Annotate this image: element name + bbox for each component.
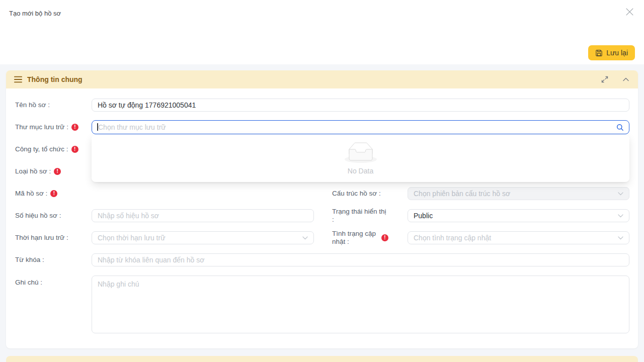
trang-thai-hien-thi-select[interactable]: Public bbox=[408, 209, 629, 222]
top-bar: Tạo mới bộ hồ sơ Lưu lại bbox=[0, 0, 644, 64]
so-hieu-ho-so-input[interactable] bbox=[92, 209, 314, 222]
field-label-loai-ho-so: Loại hồ sơ : ! bbox=[15, 167, 92, 175]
text-caret bbox=[97, 123, 98, 131]
col-tinh-trang-cap-nhat: Tình trạng cập nhật : ! Chọn tình trạng … bbox=[332, 230, 629, 246]
page-title: Tạo mới bộ hồ sơ bbox=[9, 10, 61, 17]
tu-khoa-input[interactable] bbox=[92, 253, 629, 266]
collapse-icon[interactable] bbox=[622, 75, 630, 83]
chevron-down-icon bbox=[618, 192, 623, 196]
field-label-cau-truc-ho-so: Cấu trúc hồ sơ : bbox=[332, 190, 408, 198]
col-ma-ho-so: Mã hồ sơ : ! bbox=[15, 190, 314, 198]
required-icon: ! bbox=[71, 124, 78, 131]
col-trang-thai-hien-thi: Trạng thái hiển thị : Public bbox=[332, 208, 629, 224]
row-ten-ho-so: Tên hồ sơ : bbox=[15, 99, 629, 112]
thoi-han-luu-tru-select[interactable]: Chọn thời hạn lưu trữ bbox=[92, 231, 314, 244]
save-button-label: Lưu lại bbox=[606, 49, 628, 57]
col-thoi-han-luu-tru: Thời hạn lưu trữ : Chọn thời hạn lưu trữ bbox=[15, 231, 314, 244]
empty-state-text: No Data bbox=[348, 167, 373, 175]
expand-icon[interactable] bbox=[601, 75, 609, 83]
row-thoi-han-tinh-trang: Thời hạn lưu trữ : Chọn thời hạn lưu trữ… bbox=[15, 231, 629, 244]
chevron-down-icon bbox=[618, 236, 623, 240]
row-tu-khoa: Từ khóa : bbox=[15, 253, 629, 266]
general-info-form: Tên hồ sơ : Thư mục lưu trữ : ! bbox=[6, 88, 638, 333]
field-label-ten-ho-so: Tên hồ sơ : bbox=[15, 101, 92, 109]
search-icon bbox=[616, 124, 624, 131]
chevron-down-icon bbox=[618, 214, 623, 218]
col-cau-truc-ho-so: Cấu trúc hồ sơ : Chọn phiên bản cấu trúc… bbox=[332, 187, 629, 200]
field-label-thoi-han-luu-tru: Thời hạn lưu trữ : bbox=[15, 234, 92, 242]
required-icon: ! bbox=[381, 234, 388, 241]
field-label-trang-thai-hien-thi: Trạng thái hiển thị : bbox=[332, 208, 408, 224]
field-label-thu-muc-luu-tru: Thư mục lưu trữ : ! bbox=[15, 123, 92, 131]
ten-ho-so-input[interactable] bbox=[92, 99, 629, 112]
general-info-card: Thông tin chung Tên hồ sơ : Thư mục lưu … bbox=[6, 70, 638, 348]
field-label-cong-ty-to-chuc: Công ty, tổ chức : ! bbox=[15, 145, 92, 153]
empty-inbox-icon bbox=[345, 142, 377, 163]
thu-muc-luu-tru-dropdown[interactable]: No Data bbox=[92, 135, 629, 182]
row-thu-muc-luu-tru: Thư mục lưu trữ : ! bbox=[15, 121, 629, 134]
general-info-card-header[interactable]: Thông tin chung bbox=[6, 70, 638, 88]
tinh-trang-cap-nhat-select[interactable]: Chọn tình trạng cập nhật bbox=[408, 231, 629, 244]
close-icon[interactable] bbox=[625, 7, 634, 16]
ghi-chu-textarea[interactable] bbox=[92, 276, 629, 333]
required-icon: ! bbox=[50, 190, 57, 197]
field-label-so-hieu-ho-so: Số hiệu hồ sơ : bbox=[15, 212, 92, 220]
required-icon: ! bbox=[54, 168, 61, 175]
row-ghi-chu: Ghi chú : bbox=[15, 276, 629, 333]
row-ma-ho-so-cau-truc: Mã hồ sơ : ! Cấu trúc hồ sơ : Chọn phiên… bbox=[15, 187, 629, 200]
thu-muc-luu-tru-input[interactable] bbox=[92, 121, 629, 133]
cau-truc-ho-so-select[interactable]: Chọn phiên bản cấu trúc hồ sơ bbox=[408, 187, 629, 200]
section-title: Thông tin chung bbox=[27, 75, 83, 83]
drag-handle-icon[interactable] bbox=[14, 75, 22, 83]
next-section-header[interactable] bbox=[6, 356, 638, 362]
save-icon bbox=[595, 49, 603, 57]
save-button[interactable]: Lưu lại bbox=[588, 45, 635, 60]
col-so-hieu-ho-so: Số hiệu hồ sơ : bbox=[15, 209, 314, 222]
row-so-hieu-trang-thai: Số hiệu hồ sơ : Trạng thái hiển thị : Pu… bbox=[15, 209, 629, 222]
chevron-down-icon bbox=[302, 236, 308, 240]
field-label-tinh-trang-cap-nhat: Tình trạng cập nhật : ! bbox=[332, 230, 408, 246]
thu-muc-luu-tru-select[interactable] bbox=[92, 120, 629, 134]
required-icon: ! bbox=[71, 146, 78, 153]
field-label-ghi-chu: Ghi chú : bbox=[15, 276, 92, 287]
field-label-ma-ho-so: Mã hồ sơ : ! bbox=[15, 190, 92, 198]
field-label-tu-khoa: Từ khóa : bbox=[15, 256, 92, 264]
